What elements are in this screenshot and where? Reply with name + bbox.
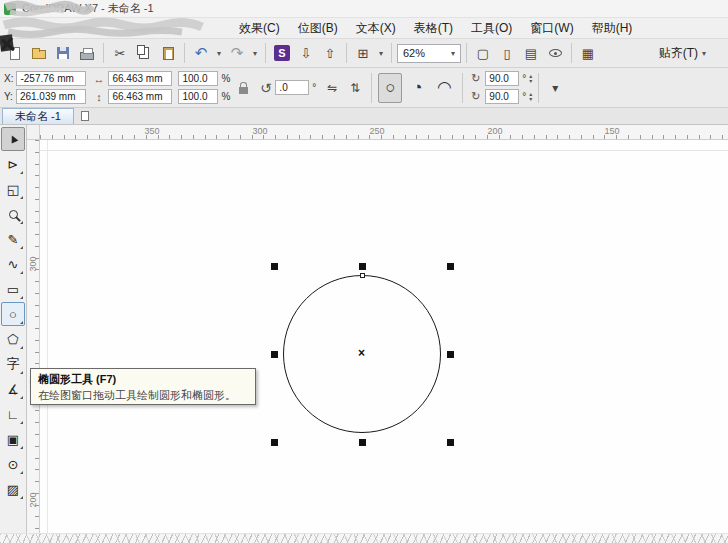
property-bar: X: -257.76 mm Y: 261.039 mm ↔ 66.463 mm … — [0, 68, 728, 108]
hruler-label-250: 250 — [369, 126, 384, 136]
view-mode-button[interactable] — [544, 41, 566, 65]
full-screen-preview-button[interactable]: ▢ — [472, 41, 494, 65]
menu-bar: 效果(C)位图(B)文本(X)表格(T)工具(O)窗口(W)帮助(H) — [0, 18, 728, 38]
y-position-field[interactable]: 261.039 mm — [16, 89, 86, 104]
new-document-button[interactable] — [4, 41, 26, 65]
search-content-button[interactable]: S — [271, 41, 293, 65]
launcher-dropdown[interactable]: ▾ — [376, 41, 386, 65]
snap-to-dropdown[interactable]: 贴齐(T) ▾ — [653, 42, 712, 64]
export-button[interactable]: ⇧ — [319, 41, 341, 65]
drop-shadow-tool[interactable]: ▣ — [1, 427, 25, 451]
selection-handle[interactable] — [447, 263, 454, 270]
eye-icon — [549, 49, 562, 57]
pie-mode-button[interactable]: ◔ — [405, 73, 429, 103]
menu-item-window[interactable]: 窗口(W) — [521, 18, 582, 38]
hruler-label-150: 150 — [604, 126, 619, 136]
ruler-origin-corner[interactable] — [27, 125, 40, 140]
application-launcher-button[interactable]: ⊞ — [352, 41, 374, 65]
scale-vertical-field[interactable]: 100.0 — [178, 89, 218, 104]
paste-button[interactable] — [157, 41, 179, 65]
artistic-media-tool[interactable]: ∿ — [1, 252, 25, 276]
document-tab-bar: 未命名 -1 — [0, 108, 728, 125]
cut-button[interactable]: ✂ — [109, 41, 131, 65]
pick-tool[interactable]: ► — [1, 127, 25, 151]
fill-tool[interactable]: ▨ — [1, 477, 25, 501]
ellipse-node[interactable] — [360, 273, 365, 278]
text-tool[interactable]: 字 — [1, 352, 25, 376]
x-label: X: — [4, 73, 13, 84]
start-angle-spinner[interactable]: ▴▾ — [529, 74, 532, 84]
save-button[interactable] — [52, 41, 74, 65]
horizontal-ruler[interactable]: 350300250200150 — [40, 125, 728, 140]
text-tool-icon: 字 — [7, 355, 20, 373]
zoom-tool[interactable] — [1, 202, 25, 226]
polygon-tool[interactable]: ⬠ — [1, 327, 25, 351]
drawing-canvas[interactable]: × — [40, 140, 728, 543]
pick-tool-icon: ► — [4, 131, 22, 148]
zoom-tool-icon — [9, 210, 18, 219]
selection-handle[interactable] — [447, 351, 454, 358]
end-angle-field[interactable]: 90.0 — [485, 89, 519, 104]
redo-button[interactable]: ↷ — [226, 41, 248, 65]
selection-handle[interactable] — [359, 263, 366, 270]
mirror-horizontal-button[interactable]: ⇋ — [322, 79, 342, 97]
zoom-level-combo[interactable]: 62% ▾ — [397, 44, 461, 63]
print-button[interactable] — [76, 41, 98, 65]
object-position-group: X: -257.76 mm Y: 261.039 mm — [4, 71, 86, 104]
menu-item-bitmaps[interactable]: 位图(B) — [289, 18, 347, 38]
selection-handle[interactable] — [447, 439, 454, 446]
page-boundary-line-vertical — [47, 140, 48, 543]
menu-item-tools[interactable]: 工具(O) — [462, 18, 521, 38]
hruler-label-350: 350 — [144, 126, 159, 136]
height-arrow-icon: ↕ — [92, 91, 105, 103]
paste-icon — [163, 47, 174, 60]
undo-dropdown[interactable]: ▾ — [214, 41, 224, 65]
menu-item-text[interactable]: 文本(X) — [347, 18, 405, 38]
shape-tool[interactable]: ⊳ — [1, 152, 25, 176]
x-position-field[interactable]: -257.76 mm — [16, 71, 86, 86]
crop-tool[interactable]: ◱ — [1, 177, 25, 201]
import-button[interactable]: ⇩ — [295, 41, 317, 65]
start-angle-field[interactable]: 90.0 — [485, 71, 519, 86]
object-height-field[interactable]: 66.463 mm — [108, 89, 172, 104]
lock-ratio-button[interactable] — [233, 72, 253, 104]
drop-shadow-tool-icon: ▣ — [7, 432, 19, 447]
connector-tool[interactable]: ∟ — [1, 402, 25, 426]
undo-button[interactable]: ↶ — [190, 41, 212, 65]
selection-handle[interactable] — [271, 439, 278, 446]
open-button[interactable] — [28, 41, 50, 65]
selection-handle[interactable] — [359, 439, 366, 446]
scale-horizontal-field[interactable]: 100.0 — [178, 71, 218, 86]
new-document-tab-button[interactable] — [78, 109, 92, 122]
copy-button[interactable] — [133, 41, 155, 65]
mirror-vertical-button[interactable]: ⇅ — [345, 79, 365, 97]
scale-group: 100.0 % 100.0 % — [178, 71, 253, 104]
freehand-tool[interactable]: ✎ — [1, 227, 25, 251]
eyedropper-tool[interactable]: ⊙ — [1, 452, 25, 476]
show-grid-button[interactable]: ▦ — [577, 41, 599, 65]
redo-dropdown[interactable]: ▾ — [250, 41, 260, 65]
vertical-ruler[interactable]: 300250200 — [27, 140, 40, 543]
rotation-angle-field[interactable]: .0 — [275, 80, 309, 95]
parallel-dimension-tool[interactable]: ∡ — [1, 377, 25, 401]
import-icon: ⇩ — [301, 46, 312, 61]
document-tab-untitled[interactable]: 未命名 -1 — [2, 108, 74, 124]
selection-center-mark[interactable]: × — [358, 346, 365, 360]
show-page-border-button[interactable]: ▯ — [496, 41, 518, 65]
ellipse-mode-group: ○ ◔ ◠ — [378, 73, 456, 103]
menu-item-table[interactable]: 表格(T) — [405, 18, 462, 38]
toolbar-overflow-button[interactable] — [714, 41, 724, 65]
end-angle-spinner[interactable]: ▴▾ — [529, 92, 532, 102]
ellipse-mode-button[interactable]: ○ — [378, 73, 402, 103]
menu-item-effects[interactable]: 效果(C) — [230, 18, 289, 38]
show-bleed-button[interactable]: ▤ — [520, 41, 542, 65]
width-arrow-icon: ↔ — [92, 73, 105, 85]
selection-handle[interactable] — [271, 351, 278, 358]
propbar-more-options-button[interactable]: ▾ — [545, 79, 565, 97]
ellipse-tool[interactable]: ○ — [1, 302, 25, 326]
menu-item-help[interactable]: 帮助(H) — [583, 18, 642, 38]
rectangle-tool[interactable]: ▭ — [1, 277, 25, 301]
object-width-field[interactable]: 66.463 mm — [108, 71, 172, 86]
selection-handle[interactable] — [271, 263, 278, 270]
arc-mode-button[interactable]: ◠ — [432, 73, 456, 103]
